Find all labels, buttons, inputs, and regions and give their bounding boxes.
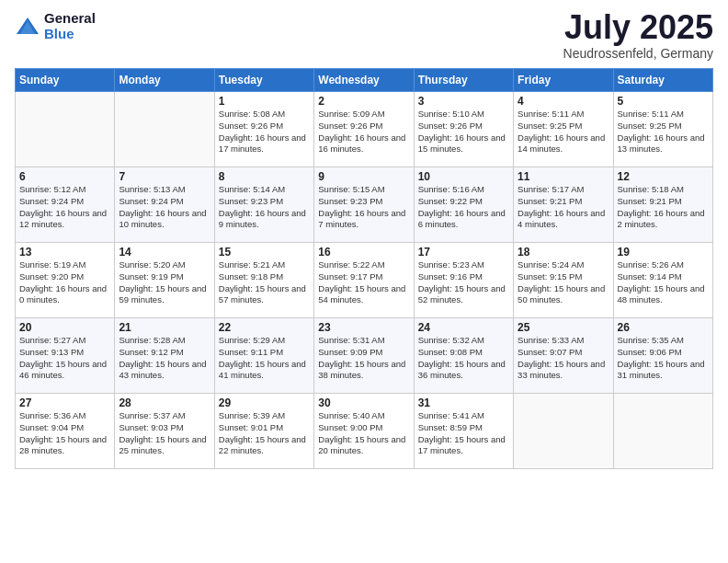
day-cell: 11Sunrise: 5:17 AM Sunset: 9:21 PM Dayli…	[514, 167, 613, 243]
day-number: 19	[618, 246, 709, 259]
day-number: 16	[318, 246, 409, 259]
day-info: Sunrise: 5:11 AM Sunset: 9:25 PM Dayligh…	[518, 109, 609, 155]
day-number: 20	[19, 321, 110, 334]
day-number: 22	[219, 321, 310, 334]
day-number: 3	[418, 95, 509, 108]
day-number: 17	[418, 246, 509, 259]
day-info: Sunrise: 5:14 AM Sunset: 9:23 PM Dayligh…	[219, 184, 310, 231]
day-info: Sunrise: 5:40 AM Sunset: 9:00 PM Dayligh…	[318, 410, 409, 457]
day-info: Sunrise: 5:21 AM Sunset: 9:18 PM Dayligh…	[219, 259, 310, 306]
day-info: Sunrise: 5:28 AM Sunset: 9:12 PM Dayligh…	[119, 335, 210, 382]
day-info: Sunrise: 5:13 AM Sunset: 9:24 PM Dayligh…	[119, 184, 210, 231]
title-location: Neudrossenfeld, Germany	[563, 46, 713, 61]
logo-blue: Blue	[44, 27, 96, 42]
day-number: 30	[318, 396, 409, 409]
day-info: Sunrise: 5:27 AM Sunset: 9:13 PM Dayligh…	[19, 335, 110, 382]
day-cell: 12Sunrise: 5:18 AM Sunset: 9:21 PM Dayli…	[613, 167, 712, 243]
day-info: Sunrise: 5:20 AM Sunset: 9:19 PM Dayligh…	[119, 259, 210, 306]
header: General Blue July 2025 Neudrossenfeld, G…	[15, 11, 713, 61]
day-number: 15	[219, 246, 310, 259]
day-cell: 31Sunrise: 5:41 AM Sunset: 8:59 PM Dayli…	[414, 394, 513, 469]
day-cell: 10Sunrise: 5:16 AM Sunset: 9:22 PM Dayli…	[414, 167, 513, 243]
day-cell	[514, 394, 613, 469]
day-info: Sunrise: 5:33 AM Sunset: 9:07 PM Dayligh…	[518, 335, 609, 382]
page: General Blue July 2025 Neudrossenfeld, G…	[0, 0, 728, 563]
day-info: Sunrise: 5:15 AM Sunset: 9:23 PM Dayligh…	[318, 184, 409, 231]
col-header-saturday: Saturday	[613, 69, 712, 92]
day-number: 7	[119, 170, 210, 183]
day-number: 12	[618, 170, 709, 183]
day-info: Sunrise: 5:24 AM Sunset: 9:15 PM Dayligh…	[518, 259, 609, 306]
day-info: Sunrise: 5:08 AM Sunset: 9:26 PM Dayligh…	[219, 109, 310, 155]
day-cell: 17Sunrise: 5:23 AM Sunset: 9:16 PM Dayli…	[414, 243, 513, 318]
day-info: Sunrise: 5:11 AM Sunset: 9:25 PM Dayligh…	[618, 109, 709, 155]
day-cell: 4Sunrise: 5:11 AM Sunset: 9:25 PM Daylig…	[514, 92, 613, 167]
day-cell: 16Sunrise: 5:22 AM Sunset: 9:17 PM Dayli…	[314, 243, 414, 318]
day-number: 6	[19, 170, 110, 183]
day-cell: 22Sunrise: 5:29 AM Sunset: 9:11 PM Dayli…	[214, 318, 313, 394]
day-number: 25	[518, 321, 609, 334]
day-info: Sunrise: 5:26 AM Sunset: 9:14 PM Dayligh…	[618, 259, 709, 306]
logo-text: General Blue	[44, 11, 96, 41]
col-header-thursday: Thursday	[414, 69, 513, 92]
day-cell: 15Sunrise: 5:21 AM Sunset: 9:18 PM Dayli…	[214, 243, 313, 318]
day-info: Sunrise: 5:41 AM Sunset: 8:59 PM Dayligh…	[418, 410, 509, 457]
day-cell: 20Sunrise: 5:27 AM Sunset: 9:13 PM Dayli…	[16, 318, 115, 394]
day-info: Sunrise: 5:16 AM Sunset: 9:22 PM Dayligh…	[418, 184, 509, 231]
day-number: 8	[219, 170, 310, 183]
logo-general: General	[44, 11, 96, 27]
day-cell	[16, 92, 115, 167]
day-number: 9	[318, 170, 409, 183]
day-cell: 30Sunrise: 5:40 AM Sunset: 9:00 PM Dayli…	[314, 394, 414, 469]
col-header-wednesday: Wednesday	[314, 69, 414, 92]
day-cell: 24Sunrise: 5:32 AM Sunset: 9:08 PM Dayli…	[414, 318, 513, 394]
day-number: 14	[119, 246, 210, 259]
day-number: 24	[418, 321, 509, 334]
calendar-table: SundayMondayTuesdayWednesdayThursdayFrid…	[15, 68, 713, 469]
day-number: 10	[418, 170, 509, 183]
day-number: 31	[418, 396, 509, 409]
col-header-tuesday: Tuesday	[214, 69, 313, 92]
day-info: Sunrise: 5:29 AM Sunset: 9:11 PM Dayligh…	[219, 335, 310, 382]
day-cell: 25Sunrise: 5:33 AM Sunset: 9:07 PM Dayli…	[514, 318, 613, 394]
day-cell: 19Sunrise: 5:26 AM Sunset: 9:14 PM Dayli…	[613, 243, 712, 318]
day-cell: 2Sunrise: 5:09 AM Sunset: 9:26 PM Daylig…	[314, 92, 414, 167]
day-info: Sunrise: 5:17 AM Sunset: 9:21 PM Dayligh…	[518, 184, 609, 231]
day-info: Sunrise: 5:09 AM Sunset: 9:26 PM Dayligh…	[318, 109, 409, 155]
header-row: SundayMondayTuesdayWednesdayThursdayFrid…	[16, 69, 713, 92]
week-row-3: 13Sunrise: 5:19 AM Sunset: 9:20 PM Dayli…	[16, 243, 713, 318]
day-info: Sunrise: 5:19 AM Sunset: 9:20 PM Dayligh…	[19, 259, 110, 306]
day-number: 5	[618, 95, 709, 108]
day-cell: 26Sunrise: 5:35 AM Sunset: 9:06 PM Dayli…	[613, 318, 712, 394]
day-cell: 14Sunrise: 5:20 AM Sunset: 9:19 PM Dayli…	[115, 243, 214, 318]
day-cell: 13Sunrise: 5:19 AM Sunset: 9:20 PM Dayli…	[16, 243, 115, 318]
day-cell: 1Sunrise: 5:08 AM Sunset: 9:26 PM Daylig…	[214, 92, 313, 167]
day-number: 27	[19, 396, 110, 409]
day-cell: 23Sunrise: 5:31 AM Sunset: 9:09 PM Dayli…	[314, 318, 414, 394]
day-info: Sunrise: 5:32 AM Sunset: 9:08 PM Dayligh…	[418, 335, 509, 382]
day-info: Sunrise: 5:18 AM Sunset: 9:21 PM Dayligh…	[618, 184, 709, 231]
day-info: Sunrise: 5:22 AM Sunset: 9:17 PM Dayligh…	[318, 259, 409, 306]
week-row-5: 27Sunrise: 5:36 AM Sunset: 9:04 PM Dayli…	[16, 394, 713, 469]
col-header-monday: Monday	[115, 69, 214, 92]
day-info: Sunrise: 5:39 AM Sunset: 9:01 PM Dayligh…	[219, 410, 310, 457]
day-number: 29	[219, 396, 310, 409]
day-cell: 5Sunrise: 5:11 AM Sunset: 9:25 PM Daylig…	[613, 92, 712, 167]
title-month: July 2025	[563, 11, 713, 44]
day-number: 2	[318, 95, 409, 108]
day-cell	[613, 394, 712, 469]
day-number: 21	[119, 321, 210, 334]
day-number: 13	[19, 246, 110, 259]
day-info: Sunrise: 5:36 AM Sunset: 9:04 PM Dayligh…	[19, 410, 110, 457]
week-row-2: 6Sunrise: 5:12 AM Sunset: 9:24 PM Daylig…	[16, 167, 713, 243]
day-cell: 9Sunrise: 5:15 AM Sunset: 9:23 PM Daylig…	[314, 167, 414, 243]
day-cell: 6Sunrise: 5:12 AM Sunset: 9:24 PM Daylig…	[16, 167, 115, 243]
day-cell: 18Sunrise: 5:24 AM Sunset: 9:15 PM Dayli…	[514, 243, 613, 318]
day-number: 11	[518, 170, 609, 183]
day-info: Sunrise: 5:23 AM Sunset: 9:16 PM Dayligh…	[418, 259, 509, 306]
day-cell: 27Sunrise: 5:36 AM Sunset: 9:04 PM Dayli…	[16, 394, 115, 469]
day-cell: 7Sunrise: 5:13 AM Sunset: 9:24 PM Daylig…	[115, 167, 214, 243]
day-number: 26	[618, 321, 709, 334]
title-block: July 2025 Neudrossenfeld, Germany	[563, 11, 713, 61]
logo-icon	[15, 14, 40, 40]
